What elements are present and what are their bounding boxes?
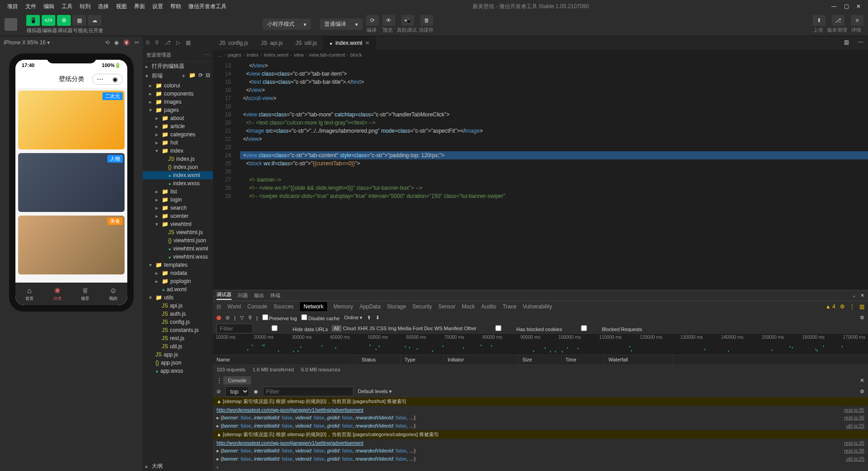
preview-button[interactable]: 👁 [382, 15, 395, 26]
close-icon[interactable]: ✕ [856, 3, 861, 10]
preserve-log-checkbox[interactable]: Preserve log [262, 314, 297, 321]
context-select[interactable]: top [225, 386, 249, 397]
devtools-panel-tab[interactable]: Wxml [227, 303, 241, 310]
tree-item[interactable]: ▾📁templates [143, 261, 213, 269]
log-entry[interactable]: ▸ {banner: false, interstitialId: false,… [213, 422, 868, 430]
more-icon[interactable]: ⋯ [204, 52, 209, 58]
tree-item[interactable]: ⬥index.wxml [143, 171, 213, 179]
disable-cache-checkbox[interactable]: Disable cache [301, 314, 339, 321]
log-entry[interactable]: ▸ {banner: false, interstitialId: false,… [213, 414, 868, 422]
menu-item[interactable]: 工具 [58, 3, 76, 10]
menu-item[interactable]: 帮助 [167, 3, 185, 10]
breadcrumb-item[interactable]: pages [228, 52, 241, 58]
eye-icon[interactable]: ◉ [254, 389, 258, 394]
tree-item[interactable]: ▸📁categories [143, 130, 213, 139]
breadcrumb-item[interactable]: index [246, 52, 258, 58]
devtools-panel-tab[interactable]: Trace [503, 303, 516, 310]
blocked-cookies-checkbox[interactable]: Has blocked cookies [480, 325, 562, 332]
search-icon[interactable]: ⚲ [248, 315, 252, 321]
devtools-panel-tab[interactable]: Sensor [439, 303, 456, 310]
levels-select[interactable]: Default levels ▾ [358, 389, 392, 394]
filter-icon[interactable]: ▽ [240, 315, 244, 321]
column-header[interactable]: Type [401, 355, 444, 365]
filter-type[interactable]: Img [388, 326, 396, 331]
cloud-button[interactable]: ☁ [88, 15, 101, 26]
throttle-select[interactable]: Online ▾ [344, 315, 363, 321]
breadcrumb-item[interactable]: view [294, 52, 304, 58]
warning-badge[interactable]: ▲ 4 [825, 303, 835, 310]
filter-type[interactable]: Manifest [444, 326, 463, 331]
menu-item[interactable]: 文件 [22, 3, 40, 10]
hide-data-urls-checkbox[interactable]: Hide data URLs [256, 325, 328, 332]
close-drawer-icon[interactable]: ✕ [860, 377, 864, 384]
column-header[interactable]: Initiator [444, 355, 519, 365]
dock-icon[interactable]: ▥ [859, 303, 864, 310]
log-entry[interactable]: ▲ [sitemap 索引情况提示] 根据 sitemap 的规则[0]，当前页… [213, 430, 868, 439]
filter-type[interactable]: Media [398, 326, 411, 331]
tree-item[interactable]: ▸📁search [143, 204, 213, 212]
upload-icon[interactable]: ⬆ [367, 315, 371, 321]
wallpaper-card[interactable]: 人物 [18, 153, 125, 212]
upload-button[interactable]: ⬆ [813, 15, 825, 26]
simulator-button[interactable]: 📱 [26, 15, 40, 26]
column-header[interactable]: Name [213, 355, 358, 365]
debugger-button[interactable]: ⚙ [57, 15, 71, 26]
menu-item[interactable]: 转到 [76, 3, 94, 10]
console-output[interactable]: ▲ [sitemap 索引情况提示] 根据 sitemap 的规则[0]，当前页… [213, 397, 868, 471]
inspect-icon[interactable]: ⊟ [217, 303, 221, 310]
filter-type[interactable]: CSS [376, 326, 387, 331]
tabbar-item[interactable]: ♕推荐 [72, 283, 100, 305]
devtools-tab[interactable]: 终端 [270, 292, 280, 299]
tabbar-item[interactable]: ☺我的 [99, 283, 127, 305]
devtools-more-icon[interactable]: ⋮ [849, 303, 855, 310]
mode-select[interactable]: 小程序模式▾ [263, 19, 311, 30]
new-file-icon[interactable]: ＋ [181, 72, 186, 80]
tree-item[interactable]: JSrest.js [143, 334, 213, 342]
editor-tab[interactable]: ⬥index.wxml✕ [323, 36, 376, 50]
menu-item[interactable]: 项目 [4, 3, 22, 10]
section-outline[interactable]: ▸大纲 [143, 461, 213, 471]
tree-item[interactable]: ▸📁colorui [143, 82, 213, 90]
tabbar-item[interactable]: ❀分类 [43, 283, 72, 305]
mini-app-content[interactable]: 二次元 人物 美食 [15, 88, 127, 284]
tree-item[interactable]: ▸📁hot [143, 139, 213, 147]
log-entry[interactable]: ▸ {banner: false, interstitialId: false,… [213, 455, 868, 463]
tree-item[interactable]: ▸📁images [143, 98, 213, 106]
tree-item[interactable]: {}app.json [143, 359, 213, 367]
filter-type[interactable]: All [332, 325, 342, 332]
refresh-icon[interactable]: ⟳ [198, 72, 203, 80]
filter-type[interactable]: Other [464, 326, 477, 331]
console-tab[interactable]: Console [223, 376, 251, 384]
devtools-panel-tab[interactable]: Mock [462, 303, 475, 310]
close-devtools-icon[interactable]: ✕ [860, 293, 864, 298]
console-drawer-icon[interactable]: ⋮ [217, 377, 222, 384]
tree-item[interactable]: ▸📁article [143, 122, 213, 130]
log-entry[interactable]: ▲ [sitemap 索引情况提示] 根据 sitemap 的规则[0]，当前页… [213, 397, 868, 406]
tree-item[interactable]: ▸📁about [143, 114, 213, 122]
tree-item[interactable]: JSconfig.js [143, 318, 213, 326]
column-header[interactable]: Status [358, 355, 401, 365]
clear-console-icon[interactable]: ⊘ [217, 389, 221, 394]
menu-item[interactable]: 编辑 [40, 3, 58, 10]
filter-type[interactable]: Font [413, 326, 423, 331]
mute-icon[interactable]: 🔇 [123, 39, 130, 46]
section-root[interactable]: ▾前端 ＋ 📁 ⟳ ⊟ [143, 71, 213, 81]
tree-item[interactable]: ▾📁utils [143, 293, 213, 302]
minimize-icon[interactable]: — [831, 3, 837, 10]
capsule-menu-icon[interactable]: ⋯ [92, 74, 108, 84]
blocked-requests-checkbox[interactable]: Blocked Requests [566, 325, 642, 332]
tree-item[interactable]: ▸📁poplogin [143, 277, 213, 285]
tree-item[interactable]: ▸📁nodata [143, 269, 213, 277]
tree-item[interactable]: ▾📁index [143, 147, 213, 155]
new-folder-icon[interactable]: 📁 [189, 72, 196, 80]
log-entry[interactable]: ▸ {banner: false, interstitialId: false,… [213, 447, 868, 455]
tree-item[interactable]: ▸📁components [143, 90, 213, 98]
tree-item[interactable]: ⬥viewhtml.wxss [143, 253, 213, 261]
compile-button[interactable]: ⟳ [366, 15, 379, 26]
download-icon[interactable]: ⬇ [376, 315, 380, 321]
log-source[interactable]: util.js:25 [846, 423, 864, 429]
devtools-panel-tab[interactable]: Sources [274, 303, 294, 310]
menu-item[interactable]: 视图 [112, 3, 130, 10]
menu-item[interactable]: 设置 [149, 3, 167, 10]
tree-item[interactable]: JSauth.js [143, 310, 213, 318]
